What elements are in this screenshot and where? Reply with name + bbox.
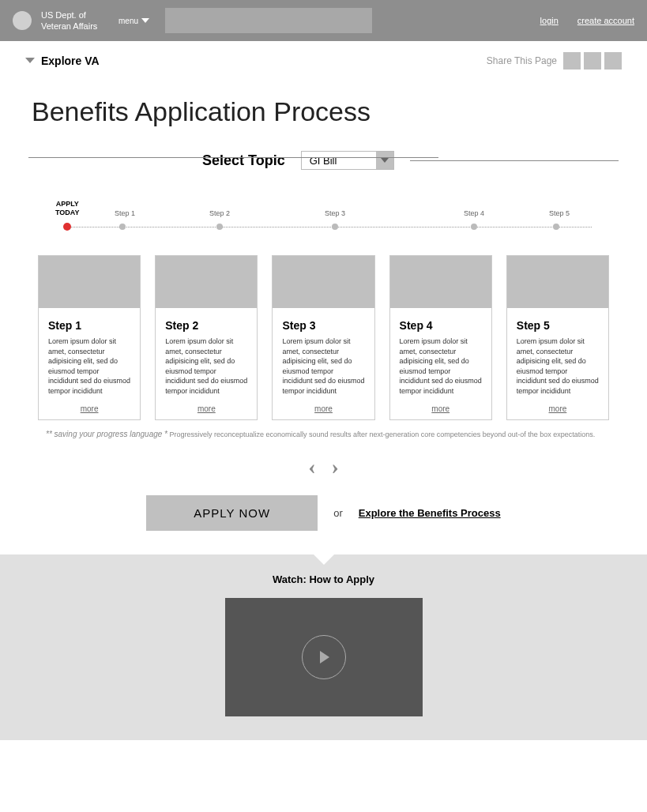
step-card-title: Step 4 — [400, 319, 482, 332]
timeline-step-label: Step 5 — [549, 209, 570, 217]
step-card-title: Step 1 — [48, 319, 130, 332]
step-card-text: Lorem ipsum dolor sit amet, consectetur … — [400, 336, 482, 397]
share-section: Share This Page — [487, 52, 622, 70]
select-topic-row: Select Topic GI Bill — [0, 151, 647, 170]
timeline-dot-active[interactable] — [63, 223, 71, 231]
prev-button[interactable]: ‹ — [308, 454, 315, 479]
timeline-dot[interactable] — [553, 224, 559, 230]
apply-now-button[interactable]: APPLY NOW — [146, 495, 318, 531]
step-card: Step 5 Lorem ipsum dolor sit amet, conse… — [506, 255, 609, 420]
main-header: US Dept. of Veteran Affairs menu login c… — [0, 0, 647, 41]
share-icon-3[interactable] — [604, 52, 622, 70]
step-card-more-link[interactable]: more — [400, 404, 482, 413]
subheader: Explore VA Share This Page — [0, 41, 647, 81]
or-text: or — [333, 507, 343, 519]
logo-icon — [13, 11, 32, 30]
cta-row: APPLY NOW or Explore the Benefits Proces… — [0, 495, 647, 531]
share-label: Share This Page — [487, 55, 557, 66]
timeline-dot[interactable] — [119, 224, 126, 230]
chevron-down-icon — [25, 58, 35, 64]
play-icon — [302, 635, 346, 679]
topic-dropdown[interactable]: GI Bill — [301, 151, 394, 170]
explore-va-toggle[interactable]: Explore VA — [25, 55, 100, 67]
divider — [410, 160, 619, 161]
menu-label: menu — [118, 17, 138, 25]
step-card-text: Lorem ipsum dolor sit amet, consectetur … — [282, 336, 364, 397]
share-icon-1[interactable] — [563, 52, 581, 70]
step-card: Step 3 Lorem ipsum dolor sit amet, conse… — [272, 255, 374, 420]
timeline-line — [67, 227, 592, 227]
next-button[interactable]: › — [332, 454, 339, 479]
select-topic-label: Select Topic — [202, 152, 285, 169]
share-icons — [563, 52, 622, 70]
step-card: Step 4 Lorem ipsum dolor sit amet, conse… — [389, 255, 492, 420]
step-card-title: Step 2 — [165, 319, 247, 332]
divider — [28, 157, 438, 158]
step-card-text: Lorem ipsum dolor sit amet, consectetur … — [517, 336, 599, 397]
step-card-more-link[interactable]: more — [48, 404, 130, 413]
video-title: Watch: How to Apply — [0, 573, 647, 585]
video-section: Watch: How to Apply — [0, 554, 647, 740]
topic-dropdown-selected: GI Bill — [302, 155, 376, 167]
chevron-down-icon — [376, 152, 393, 169]
page-title: Benefits Application Process — [0, 81, 647, 151]
step-card-image — [507, 256, 608, 308]
explore-benefits-link[interactable]: Explore the Benefits Process — [359, 507, 501, 519]
create-account-link[interactable]: create account — [577, 16, 634, 25]
step-card-title: Step 5 — [517, 319, 599, 332]
share-icon-2[interactable] — [584, 52, 601, 70]
apply-today-label: APPLY TODAY — [55, 200, 80, 217]
footnote-lead: ** saving your progress language * — [46, 430, 167, 438]
footnote-rest: Progressively reconceptualize economical… — [167, 430, 595, 438]
timeline-dot[interactable] — [471, 224, 477, 230]
timeline-step-label: Step 2 — [209, 209, 230, 217]
explore-va-label: Explore VA — [41, 55, 100, 67]
step-card: Step 2 Lorem ipsum dolor sit amet, conse… — [155, 255, 258, 420]
timeline-dot[interactable] — [332, 224, 338, 230]
step-card-text: Lorem ipsum dolor sit amet, consectetur … — [48, 336, 130, 397]
step-card-image — [390, 256, 491, 308]
step-card: Step 1 Lorem ipsum dolor sit amet, conse… — [38, 255, 141, 420]
steps-timeline: APPLY TODAY Step 1 Step 2 Step 3 Step 4 … — [0, 201, 647, 231]
step-card-more-link[interactable]: more — [282, 404, 364, 413]
footnote: ** saving your progress language * Progr… — [0, 430, 647, 438]
search-input[interactable] — [165, 8, 372, 33]
step-card-more-link[interactable]: more — [165, 404, 247, 413]
step-cards: Step 1 Lorem ipsum dolor sit amet, conse… — [0, 255, 647, 420]
timeline-dot[interactable] — [216, 224, 223, 230]
step-card-more-link[interactable]: more — [517, 404, 599, 413]
chevron-down-icon — [141, 18, 149, 23]
timeline-step-label: Step 3 — [325, 209, 345, 217]
timeline-step-label: Step 4 — [464, 209, 484, 217]
video-player[interactable] — [225, 598, 423, 716]
step-card-image — [273, 256, 374, 308]
dept-name: US Dept. of Veteran Affairs — [41, 9, 112, 32]
step-card-text: Lorem ipsum dolor sit amet, consectetur … — [165, 336, 247, 397]
timeline-step-label: Step 1 — [115, 209, 135, 217]
step-card-image — [156, 256, 257, 308]
menu-button[interactable]: menu — [118, 17, 149, 25]
login-link[interactable]: login — [540, 16, 559, 25]
header-links: login create account — [540, 16, 634, 25]
step-card-image — [39, 256, 140, 308]
step-card-title: Step 3 — [282, 319, 364, 332]
pager: ‹ › — [0, 454, 647, 479]
